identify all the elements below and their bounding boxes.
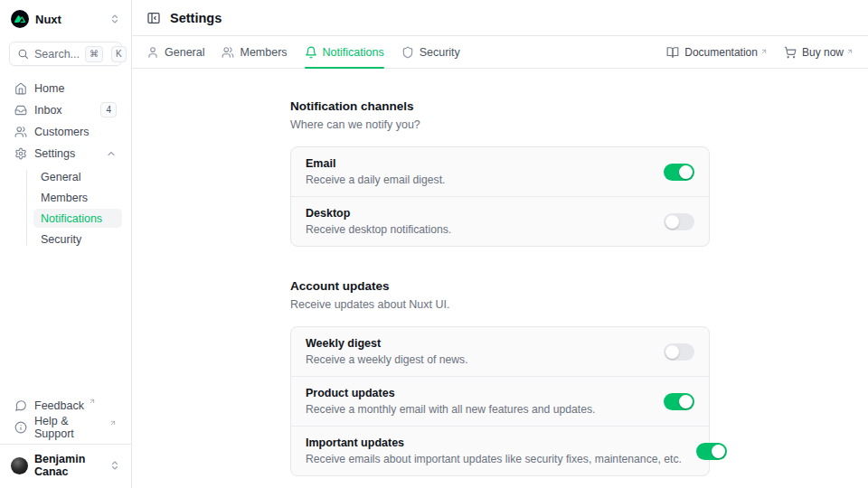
- speech-bubble-icon: [14, 399, 27, 412]
- setting-row-important-updates: Important updates Receive emails about i…: [291, 426, 709, 475]
- email-toggle[interactable]: [664, 164, 694, 181]
- account-updates-card: Weekly digest Receive a weekly digest of…: [290, 326, 710, 476]
- sidebar-item-label: Help & Support: [34, 415, 105, 440]
- workspace-name: Nuxt: [35, 13, 61, 26]
- sidebar-item-general[interactable]: General: [33, 167, 122, 186]
- page-header: Settings: [132, 0, 868, 36]
- sidebar-item-notifications[interactable]: Notifications: [33, 209, 122, 228]
- users-icon: [14, 126, 27, 138]
- setting-description: Receive desktop notifications.: [306, 223, 451, 236]
- user-name: Benjamin Canac: [34, 453, 103, 478]
- notification-channels-card: Email Receive a daily email digest. Desk…: [290, 146, 710, 247]
- settings-content: Notification channels Where can we notif…: [132, 69, 868, 488]
- home-icon: [14, 82, 27, 95]
- sidebar-subitem-label: Security: [41, 233, 81, 246]
- bell-icon: [305, 46, 317, 59]
- toggle-knob: [679, 165, 693, 179]
- chevron-up-down-icon: [109, 460, 120, 471]
- product-updates-toggle[interactable]: [664, 393, 694, 410]
- setting-row-email: Email Receive a daily email digest.: [291, 147, 709, 196]
- sidebar-item-label: Feedback: [34, 399, 84, 412]
- tab-general[interactable]: General: [146, 36, 204, 68]
- important-updates-toggle[interactable]: [696, 443, 727, 460]
- user-icon: [146, 46, 159, 59]
- sidebar: Nuxt Search... ⌘ K Home: [0, 0, 132, 488]
- toggle-knob: [712, 445, 725, 458]
- sidebar-item-label: Inbox: [34, 104, 62, 117]
- sidebar-item-feedback[interactable]: Feedback: [9, 396, 122, 415]
- settings-subnav: General Members Notifications Security: [9, 167, 122, 249]
- sidebar-footer-nav: Feedback Help & Support: [9, 396, 122, 436]
- search-input[interactable]: Search... ⌘ K: [9, 42, 122, 66]
- main-panel: Settings General Members Notifications: [132, 0, 868, 488]
- workspace-switcher[interactable]: Nuxt: [9, 8, 122, 30]
- setting-description: Receive a monthly email with all new fea…: [306, 403, 595, 416]
- action-label: Documentation: [684, 46, 758, 59]
- book-icon: [666, 46, 679, 59]
- kbd-meta: ⌘: [85, 46, 103, 62]
- sidebar-item-label: Settings: [34, 147, 75, 160]
- tab-security[interactable]: Security: [401, 36, 460, 68]
- sidebar-subitem-label: General: [41, 171, 80, 183]
- chevron-up-icon: [106, 148, 117, 159]
- section-description: Receive updates about Nuxt UI.: [290, 298, 710, 311]
- documentation-button[interactable]: Documentation: [666, 46, 768, 59]
- sidebar-collapse-icon[interactable]: [146, 11, 161, 25]
- shield-icon: [401, 46, 414, 59]
- buy-now-button[interactable]: Buy now: [784, 46, 854, 59]
- sidebar-item-inbox[interactable]: Inbox 4: [9, 100, 122, 119]
- section-title: Account updates: [290, 279, 710, 293]
- setting-title: Product updates: [306, 387, 595, 399]
- sidebar-item-security[interactable]: Security: [33, 230, 122, 249]
- sidebar-spacer: [9, 249, 122, 383]
- tab-label: General: [165, 46, 204, 59]
- sidebar-item-label: Customers: [34, 126, 89, 138]
- sidebar-item-help-support[interactable]: Help & Support: [9, 418, 122, 436]
- tab-notifications[interactable]: Notifications: [305, 36, 384, 68]
- search-icon: [17, 48, 29, 60]
- sidebar-item-members[interactable]: Members: [33, 188, 122, 207]
- avatar: [11, 457, 28, 474]
- header-actions: Documentation Buy now: [666, 36, 854, 68]
- action-label: Buy now: [802, 46, 844, 59]
- tab-members[interactable]: Members: [222, 36, 287, 68]
- toggle-knob: [665, 345, 679, 359]
- setting-title: Email: [306, 157, 445, 170]
- shopping-cart-icon: [784, 46, 797, 59]
- tab-label: Notifications: [323, 46, 384, 59]
- setting-title: Weekly digest: [306, 337, 468, 350]
- section-title: Notification channels: [290, 99, 710, 113]
- external-link-icon: [846, 48, 854, 55]
- kbd-k: K: [111, 46, 127, 62]
- sidebar-subitem-label: Notifications: [41, 212, 102, 225]
- nuxt-logo-icon: [11, 10, 29, 28]
- tab-label: Security: [420, 46, 460, 59]
- setting-title: Important updates: [306, 436, 682, 449]
- inbox-count-badge: 4: [100, 102, 117, 117]
- setting-row-weekly-digest: Weekly digest Receive a weekly digest of…: [291, 327, 709, 376]
- sidebar-item-customers[interactable]: Customers: [9, 122, 122, 141]
- user-menu[interactable]: Benjamin Canac: [0, 444, 131, 483]
- info-circle-icon: [14, 421, 27, 434]
- search-placeholder: Search...: [34, 48, 80, 61]
- inbox-icon: [14, 104, 27, 117]
- page-title: Settings: [170, 11, 222, 25]
- sidebar-item-settings[interactable]: Settings: [9, 144, 122, 163]
- desktop-toggle[interactable]: [664, 213, 694, 230]
- section-notification-channels: Notification channels Where can we notif…: [290, 99, 710, 247]
- settings-tabbar: General Members Notifications Security: [132, 36, 868, 69]
- tab-label: Members: [240, 46, 287, 59]
- sidebar-nav: Home Inbox 4 Customers Settings: [9, 79, 122, 249]
- gear-icon: [14, 147, 27, 160]
- setting-description: Receive a weekly digest of news.: [306, 353, 468, 366]
- setting-title: Desktop: [306, 207, 451, 220]
- section-account-updates: Account updates Receive updates about Nu…: [290, 279, 710, 476]
- toggle-knob: [679, 395, 693, 408]
- chevron-up-down-icon: [109, 14, 120, 24]
- sidebar-item-home[interactable]: Home: [9, 79, 122, 98]
- weekly-digest-toggle[interactable]: [664, 343, 694, 361]
- sidebar-subitem-label: Members: [41, 192, 88, 204]
- toggle-knob: [665, 215, 679, 229]
- setting-row-product-updates: Product updates Receive a monthly email …: [291, 376, 709, 426]
- setting-row-desktop: Desktop Receive desktop notifications.: [291, 196, 709, 246]
